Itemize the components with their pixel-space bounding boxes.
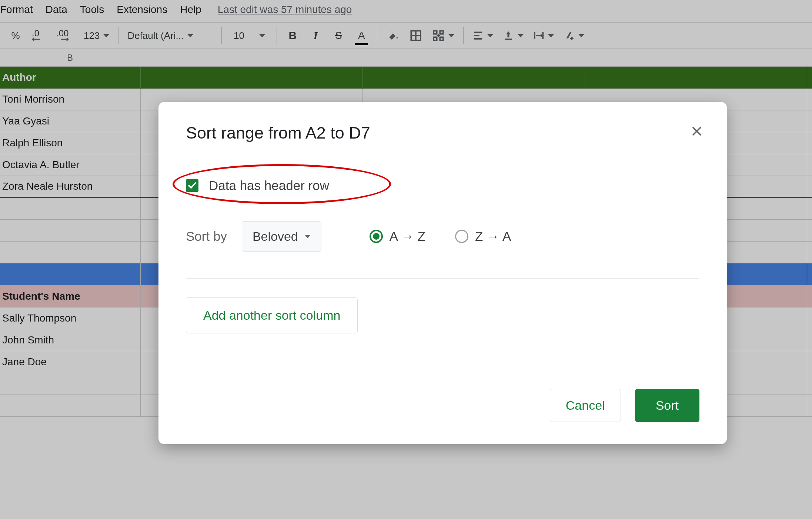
dropdown-icon — [305, 235, 311, 238]
dialog-divider — [186, 278, 699, 279]
sort-column-select[interactable]: Beloved — [242, 221, 321, 252]
sort-range-dialog: Sort range from A2 to D7 Data has header… — [158, 102, 727, 444]
check-icon — [188, 182, 197, 189]
app-root: Format Data Tools Extensions Help Last e… — [0, 0, 812, 519]
cancel-button[interactable]: Cancel — [550, 389, 621, 422]
header-row-option: Data has header row — [186, 178, 699, 193]
dialog-actions: Cancel Sort — [550, 389, 699, 422]
sort-by-row: Sort by Beloved A → Z Z → A — [186, 221, 699, 252]
sort-column-value: Beloved — [253, 229, 298, 244]
sort-order-za-radio[interactable]: Z → A — [455, 229, 511, 244]
dialog-title: Sort range from A2 to D7 — [186, 123, 699, 143]
radio-label-az: A → Z — [390, 229, 425, 244]
sort-order-az-radio[interactable]: A → Z — [370, 229, 425, 244]
sort-button[interactable]: Sort — [635, 389, 699, 422]
add-sort-column-button[interactable]: Add another sort column — [186, 297, 358, 333]
close-button[interactable] — [691, 125, 703, 139]
header-row-checkbox-label: Data has header row — [209, 178, 329, 193]
header-row-checkbox[interactable] — [186, 179, 198, 192]
sort-by-label: Sort by — [186, 229, 227, 244]
radio-label-za: Z → A — [475, 229, 511, 244]
close-icon — [691, 125, 703, 137]
